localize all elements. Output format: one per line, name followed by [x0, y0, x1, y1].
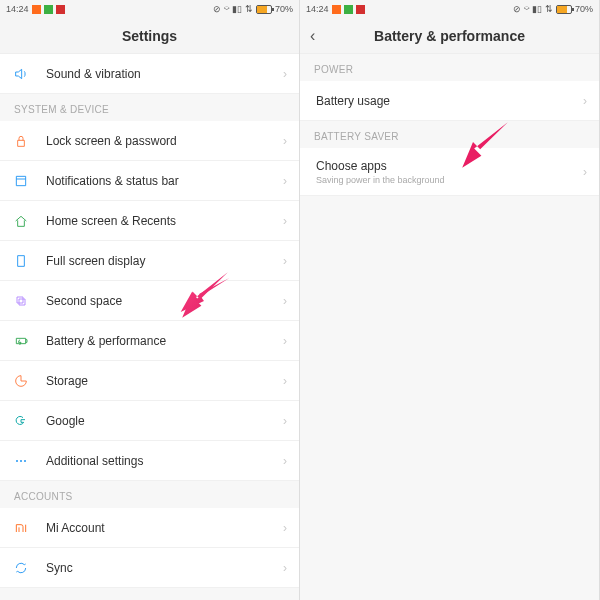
status-bar: 14:24 ⊘ ⌔ ▮▯ ⇅ 70%	[300, 0, 599, 18]
statusicon-1	[32, 5, 41, 14]
row-subtitle: Saving power in the background	[316, 175, 583, 185]
row-label: Sync	[46, 561, 283, 575]
statusicon-3	[356, 5, 365, 14]
battery-icon	[556, 5, 572, 14]
row-notifications-statusbar[interactable]: Notifications & status bar ›	[0, 161, 299, 201]
battery-text: 70%	[275, 4, 293, 14]
statusicon-2	[44, 5, 53, 14]
row-label: Battery usage	[316, 94, 583, 108]
row-label: Second space	[46, 294, 283, 308]
chevron-right-icon: ›	[283, 374, 287, 388]
svg-point-0	[16, 460, 18, 462]
chevron-right-icon: ›	[283, 334, 287, 348]
row-label: Mi Account	[46, 521, 283, 535]
row-google[interactable]: Google ›	[0, 401, 299, 441]
storage-icon	[12, 372, 30, 390]
page-title: Settings	[122, 28, 177, 44]
data-icon: ⇅	[245, 4, 253, 14]
row-second-space[interactable]: Second space ›	[0, 281, 299, 321]
alarm-icon: ⊘	[213, 4, 221, 14]
row-storage[interactable]: Storage ›	[0, 361, 299, 401]
row-label: Lock screen & password	[46, 134, 283, 148]
google-icon	[12, 412, 30, 430]
chevron-right-icon: ›	[283, 214, 287, 228]
alarm-icon: ⊘	[513, 4, 521, 14]
chevron-right-icon: ›	[283, 294, 287, 308]
status-time: 14:24	[306, 4, 329, 14]
section-system-device: SYSTEM & DEVICE	[0, 94, 299, 121]
chevron-right-icon: ›	[283, 134, 287, 148]
status-bar: 14:24 ⊘ ⌔ ▮▯ ⇅ 70%	[0, 0, 299, 18]
signal-icon: ▮▯	[232, 4, 242, 14]
row-label: Additional settings	[46, 454, 283, 468]
row-full-screen-display[interactable]: Full screen display ›	[0, 241, 299, 281]
notification-icon	[12, 172, 30, 190]
fullscreen-icon	[12, 252, 30, 270]
more-icon	[12, 452, 30, 470]
chevron-right-icon: ›	[283, 521, 287, 535]
row-label: Sound & vibration	[46, 67, 283, 81]
row-sound-vibration[interactable]: Sound & vibration ›	[0, 54, 299, 94]
data-icon: ⇅	[545, 4, 553, 14]
section-accounts: ACCOUNTS	[0, 481, 299, 508]
battery-text: 70%	[575, 4, 593, 14]
row-additional-settings[interactable]: Additional settings ›	[0, 441, 299, 481]
sync-icon	[12, 559, 30, 577]
row-label: Choose apps	[316, 159, 583, 173]
battery-performance-screen: 14:24 ⊘ ⌔ ▮▯ ⇅ 70% ‹ Battery & performan…	[300, 0, 600, 600]
battery-performance-icon	[12, 332, 30, 350]
chevron-right-icon: ›	[283, 414, 287, 428]
chevron-right-icon: ›	[283, 454, 287, 468]
row-home-recents[interactable]: Home screen & Recents ›	[0, 201, 299, 241]
chevron-right-icon: ›	[583, 165, 587, 179]
battery-icon	[256, 5, 272, 14]
svg-point-1	[20, 460, 22, 462]
section-battery-saver: BATTERY SAVER	[300, 121, 599, 148]
settings-screen: 14:24 ⊘ ⌔ ▮▯ ⇅ 70% Settings Sound & vibr…	[0, 0, 300, 600]
page-title: Battery & performance	[374, 28, 525, 44]
row-lock-screen-password[interactable]: Lock screen & password ›	[0, 121, 299, 161]
secondspace-icon	[12, 292, 30, 310]
row-sync[interactable]: Sync ›	[0, 548, 299, 588]
row-battery-usage[interactable]: Battery usage ›	[300, 81, 599, 121]
chevron-right-icon: ›	[283, 561, 287, 575]
mi-icon	[12, 519, 30, 537]
chevron-right-icon: ›	[283, 67, 287, 81]
home-icon	[12, 212, 30, 230]
row-choose-apps[interactable]: Choose apps Saving power in the backgrou…	[300, 148, 599, 196]
signal-icon: ▮▯	[532, 4, 542, 14]
section-power: POWER	[300, 54, 599, 81]
statusicon-3	[56, 5, 65, 14]
header: Settings	[0, 18, 299, 54]
sound-icon	[12, 65, 30, 83]
header: ‹ Battery & performance	[300, 18, 599, 54]
chevron-right-icon: ›	[283, 174, 287, 188]
svg-point-2	[24, 460, 26, 462]
lock-icon	[12, 132, 30, 150]
chevron-right-icon: ›	[583, 94, 587, 108]
battery-list[interactable]: POWER Battery usage › BATTERY SAVER Choo…	[300, 54, 599, 600]
row-battery-performance[interactable]: Battery & performance ›	[0, 321, 299, 361]
chevron-right-icon: ›	[283, 254, 287, 268]
row-label: Notifications & status bar	[46, 174, 283, 188]
row-label: Home screen & Recents	[46, 214, 283, 228]
wifi-icon: ⌔	[524, 4, 529, 14]
back-button[interactable]: ‹	[310, 27, 315, 45]
statusicon-1	[332, 5, 341, 14]
empty-area	[300, 196, 599, 600]
row-label: Google	[46, 414, 283, 428]
row-mi-account[interactable]: Mi Account ›	[0, 508, 299, 548]
wifi-icon: ⌔	[224, 4, 229, 14]
status-time: 14:24	[6, 4, 29, 14]
row-label: Storage	[46, 374, 283, 388]
settings-list[interactable]: Sound & vibration › SYSTEM & DEVICE Lock…	[0, 54, 299, 600]
row-label: Battery & performance	[46, 334, 283, 348]
row-label: Full screen display	[46, 254, 283, 268]
statusicon-2	[344, 5, 353, 14]
